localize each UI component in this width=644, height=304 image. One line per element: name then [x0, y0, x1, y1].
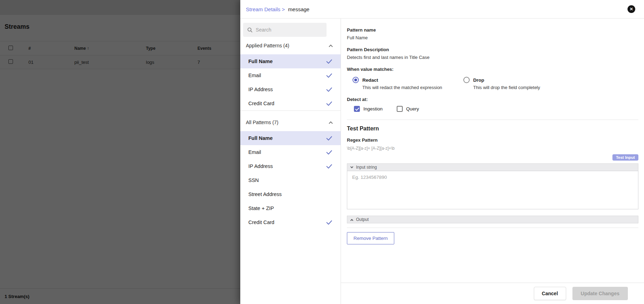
test-pattern-heading: Test Pattern — [347, 126, 638, 132]
pattern-sections: Applied Patterns (4) Full Name Email IP … — [240, 37, 341, 229]
pattern-list-item[interactable]: Email — [240, 145, 341, 159]
pattern-item-label: Email — [248, 149, 261, 155]
query-checkbox[interactable]: Query — [397, 106, 419, 112]
chevron-up-icon — [329, 121, 333, 125]
redact-description: This will redact the matched expression — [362, 85, 463, 90]
output-expander[interactable]: Output — [347, 216, 638, 223]
search-input[interactable] — [256, 27, 322, 33]
divider — [347, 228, 638, 228]
input-string-label: Input string — [356, 165, 377, 170]
pattern-item-label: IP Address — [248, 87, 273, 92]
pattern-detail-panel: Pattern name Full Name Pattern Descripti… — [341, 19, 644, 304]
drop-radio[interactable]: Drop — [463, 77, 540, 83]
search-icon — [247, 27, 253, 33]
pattern-list-item[interactable]: Credit Card — [240, 96, 341, 110]
redact-radio[interactable]: Redact — [353, 77, 463, 83]
pattern-item-label: Credit Card — [248, 219, 274, 225]
section-header[interactable]: All Patterns (7) — [240, 114, 341, 131]
section-divider — [347, 120, 638, 120]
pattern-name-label: Pattern name — [347, 27, 638, 33]
pattern-list-item[interactable]: State + ZIP — [240, 201, 341, 215]
pattern-list-item[interactable]: Street Address — [240, 187, 341, 201]
close-icon[interactable]: ✕ — [628, 5, 635, 13]
drop-description: This will drop the field completely — [473, 85, 540, 90]
pattern-list-item[interactable]: Full Name — [240, 54, 341, 68]
ingestion-label: Ingestion — [363, 106, 383, 112]
ingestion-checkbox[interactable]: Ingestion — [354, 106, 383, 112]
pattern-list-item[interactable]: IP Address — [240, 82, 341, 96]
check-icon — [326, 87, 332, 92]
remove-pattern-button[interactable]: Remove Pattern — [347, 232, 394, 244]
pattern-name-value: Full Name — [347, 35, 638, 40]
pattern-description-label: Pattern Description — [347, 47, 638, 52]
pattern-list-item[interactable]: Email — [240, 68, 341, 82]
section-title: All Patterns (7) — [246, 120, 279, 125]
output-label: Output — [356, 217, 369, 222]
test-input-button[interactable]: Test Input — [612, 154, 638, 161]
section-title: Applied Patterns (4) — [246, 43, 289, 48]
update-changes-button[interactable]: Update Changes — [572, 287, 628, 300]
pattern-list-item[interactable]: SSN — [240, 173, 341, 187]
drawer-footer: Cancel Update Changes — [341, 283, 644, 304]
radio-button-icon[interactable] — [463, 77, 470, 83]
detect-at-label: Detect at: — [347, 97, 638, 102]
checkbox-icon[interactable] — [354, 106, 360, 112]
pattern-item-label: Full Name — [248, 59, 273, 64]
pattern-description-value: Detects first and last names in Title Ca… — [347, 55, 638, 60]
section-header[interactable]: Applied Patterns (4) — [240, 37, 341, 54]
check-icon — [326, 164, 332, 169]
test-input-textarea[interactable] — [347, 171, 638, 209]
pattern-item-label: SSN — [248, 177, 259, 183]
check-icon — [326, 73, 332, 78]
check-icon — [326, 59, 332, 64]
checkbox-icon[interactable] — [397, 106, 403, 112]
pattern-item-label: Full Name — [248, 135, 273, 141]
regex-pattern-value: \b[A-Z][a-z]+ [A-Z][a-z]+\b — [347, 146, 638, 151]
pattern-item-label: Street Address — [248, 191, 282, 197]
stream-details-drawer: Stream Details > message ✕ Applied Patte… — [240, 0, 644, 304]
pattern-item-label: Credit Card — [248, 101, 274, 106]
drawer-title: message — [288, 6, 309, 12]
input-string-expander[interactable]: Input string — [347, 163, 638, 171]
redact-radio-label: Redact — [362, 77, 378, 83]
pattern-list-item[interactable]: Credit Card — [240, 215, 341, 229]
check-icon — [326, 101, 332, 106]
check-icon — [326, 150, 332, 155]
drawer-header: Stream Details > message ✕ — [240, 0, 644, 19]
pattern-list-panel: Applied Patterns (4) Full Name Email IP … — [240, 19, 341, 304]
cancel-button[interactable]: Cancel — [534, 287, 566, 300]
detect-options-group: Ingestion Query — [354, 106, 638, 112]
pattern-section: Applied Patterns (4) Full Name Email IP … — [240, 37, 341, 110]
pattern-item-label: IP Address — [248, 163, 273, 169]
drop-radio-label: Drop — [473, 77, 484, 83]
match-options-group: Redact This will redact the matched expr… — [347, 77, 638, 90]
pattern-section: All Patterns (7) Full Name Email IP Addr… — [240, 110, 341, 229]
pattern-list-item[interactable]: IP Address — [240, 159, 341, 173]
pattern-item-label: State + ZIP — [248, 205, 274, 211]
radio-button-icon[interactable] — [353, 77, 359, 83]
check-icon — [326, 220, 332, 225]
query-label: Query — [406, 106, 419, 112]
regex-pattern-label: Regex Pattern — [347, 137, 638, 143]
chevron-down-icon — [350, 165, 353, 168]
pattern-item-label: Email — [248, 73, 261, 78]
chevron-up-icon — [329, 45, 333, 48]
pattern-list-item[interactable]: Full Name — [240, 131, 341, 145]
search-box[interactable] — [243, 23, 327, 37]
breadcrumb-stream-details-link[interactable]: Stream Details > — [246, 6, 285, 12]
when-value-matches-label: When value matches: — [347, 67, 638, 72]
check-icon — [326, 136, 332, 141]
chevron-up-icon — [350, 219, 353, 222]
